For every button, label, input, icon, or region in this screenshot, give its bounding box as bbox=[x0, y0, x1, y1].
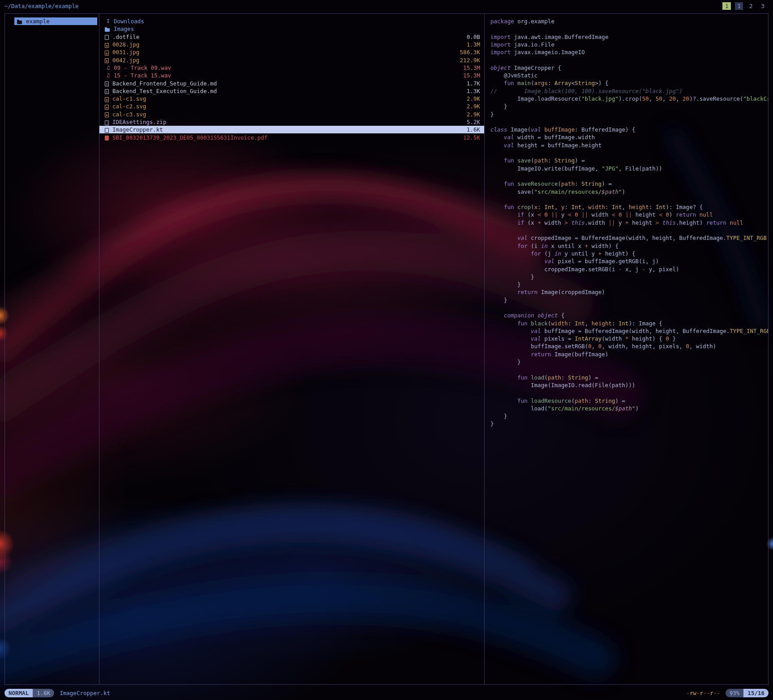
code-line: Image.loadResource("black.jpg").crop(50,… bbox=[490, 95, 768, 102]
file-row[interactable]: IDEAsettings.zip5.2K bbox=[99, 118, 484, 126]
file-name: 15 - Track 15.wav bbox=[114, 72, 459, 79]
markdown-icon bbox=[105, 81, 109, 86]
file-name: 0042.jpg bbox=[112, 57, 455, 64]
code-line: } bbox=[490, 102, 768, 110]
code-line: Image(ImageIO.read(File(path))) bbox=[490, 381, 768, 389]
file-row[interactable]: cal-c1.svg2.9K bbox=[99, 95, 484, 102]
code-line: import java.io.File bbox=[490, 41, 768, 48]
file-size: 1.3M bbox=[467, 41, 480, 48]
current-path: ~/Data/example/example bbox=[4, 3, 79, 9]
file-row[interactable]: Backend_Frontend_Setup_Guide.md1.7K bbox=[99, 79, 484, 87]
file-name: cal-c2.svg bbox=[112, 103, 462, 110]
code-line: for (i in x until x + width) { bbox=[490, 242, 768, 250]
status-bar: NORMAL 1.6K ImageCropper.kt -rw-r--r-- 9… bbox=[0, 688, 773, 697]
code-line: val height = buffImage.height bbox=[490, 141, 768, 149]
status-left: NORMAL 1.6K ImageCropper.kt bbox=[4, 688, 110, 697]
code-line: return Image(croppedImage) bbox=[490, 288, 768, 296]
file-size: 2.9K bbox=[467, 111, 480, 118]
file-name: ImageCropper.kt bbox=[112, 126, 462, 133]
file-name: cal-c3.svg bbox=[112, 111, 462, 118]
code-line: import javax.imageio.ImageIO bbox=[490, 48, 768, 56]
file-row[interactable]: 0031.jpg586.3K bbox=[99, 48, 484, 56]
status-filename: ImageCropper.kt bbox=[60, 690, 110, 696]
code-line: } bbox=[490, 296, 768, 304]
tab-2[interactable]: 2 bbox=[747, 2, 755, 10]
file-size: 5.2K bbox=[467, 119, 480, 125]
code-line: for (j in y until y + height) { bbox=[490, 250, 768, 257]
code-line: fun loadResource(path: String) = bbox=[490, 397, 768, 405]
parent-dir-item[interactable]: example bbox=[14, 17, 97, 25]
file-row[interactable]: Images bbox=[99, 25, 484, 33]
file-name: Backend_Frontend_Setup_Guide.md bbox=[112, 80, 462, 87]
file-row[interactable]: ↧Downloads bbox=[99, 17, 484, 25]
code-line bbox=[490, 304, 768, 312]
file-list-panel: ↧DownloadsImages.dotfile0.0B0028.jpg1.3M… bbox=[99, 14, 485, 684]
status-right: -rw-r--r-- 93% 15/16 bbox=[686, 688, 769, 697]
file-name: SBI_0032013739_2023_DE05_0003155631Invoi… bbox=[112, 134, 459, 141]
file-name: Downloads bbox=[114, 18, 480, 25]
file-name: cal-c1.svg bbox=[112, 95, 462, 102]
file-row[interactable]: 0042.jpg212.9K bbox=[99, 56, 484, 64]
file-size: 1.3K bbox=[467, 88, 480, 94]
code-line bbox=[490, 25, 768, 33]
code-line: val pixel = buffImage.getRGB(i, j) bbox=[490, 257, 768, 265]
scroll-percent-badge: 93% bbox=[726, 689, 744, 697]
file-name: IDEAsettings.zip bbox=[112, 119, 462, 125]
file-size: 212.9K bbox=[460, 57, 480, 64]
top-bar: ~/Data/example/example 1 123 bbox=[0, 0, 773, 13]
file-row[interactable]: ♫09 - Track 09.wav15.3M bbox=[99, 64, 484, 72]
file-row[interactable]: 0028.jpg1.3M bbox=[99, 41, 484, 48]
code-line: fun save(path: String) = bbox=[490, 157, 768, 164]
file-size: 15.3M bbox=[463, 64, 480, 71]
code-line: object ImageCropper { bbox=[490, 64, 768, 72]
file-name: Images bbox=[114, 26, 480, 32]
code-line: package org.example bbox=[490, 17, 768, 25]
file-size: 12.5K bbox=[463, 134, 480, 141]
tab-1[interactable]: 1 bbox=[735, 2, 743, 10]
file-icon bbox=[105, 128, 109, 133]
image-icon bbox=[105, 97, 109, 102]
download-icon: ↧ bbox=[105, 18, 112, 24]
code-line: import java.awt.image.BufferedImage bbox=[490, 33, 768, 41]
folder-icon bbox=[105, 28, 110, 32]
tab-3[interactable]: 3 bbox=[759, 2, 767, 10]
file-row[interactable]: cal-c3.svg2.9K bbox=[99, 111, 484, 118]
file-name: Backend_Test_Execution_Guide.md bbox=[112, 88, 462, 94]
file-row[interactable]: ♫15 - Track 15.wav15.3M bbox=[99, 72, 484, 79]
code-line: companion object { bbox=[490, 312, 768, 319]
file-size-badge: 1.6K bbox=[33, 689, 54, 697]
file-name: 0028.jpg bbox=[112, 41, 462, 48]
tab-flag-badge: 1 bbox=[722, 2, 731, 10]
file-icon bbox=[105, 35, 109, 40]
file-size: 1.6K bbox=[467, 126, 480, 133]
file-name: example bbox=[26, 18, 94, 25]
code-line: } bbox=[490, 420, 768, 427]
file-manager-frame: example ↧DownloadsImages.dotfile0.0B0028… bbox=[4, 13, 769, 685]
code-line: croppedImage.setRGB(i - x, j - y, pixel) bbox=[490, 265, 768, 273]
permissions-label: -rw-r--r-- bbox=[686, 690, 720, 696]
code-line: fun saveResource(path: String) = bbox=[490, 180, 768, 188]
code-line: val pixels = IntArray(width * height) { … bbox=[490, 335, 768, 342]
pdf-icon bbox=[105, 136, 109, 141]
code-line: } bbox=[490, 273, 768, 281]
code-line bbox=[490, 118, 768, 126]
code-line: } bbox=[490, 358, 768, 366]
image-icon bbox=[105, 43, 109, 48]
file-size: 1.7K bbox=[467, 80, 480, 87]
file-name: .dotfile bbox=[112, 34, 462, 40]
file-name: 09 - Track 09.wav bbox=[114, 64, 459, 71]
file-name: 0031.jpg bbox=[112, 49, 455, 55]
image-icon bbox=[105, 51, 109, 55]
file-row[interactable]: ImageCropper.kt1.6K bbox=[99, 126, 484, 133]
file-preview-panel: package org.example import java.awt.imag… bbox=[485, 14, 768, 684]
file-row[interactable]: .dotfile0.0B bbox=[99, 33, 484, 41]
code-line: val width = buffImage.width bbox=[490, 133, 768, 141]
image-icon bbox=[105, 105, 109, 110]
file-row[interactable]: Backend_Test_Execution_Guide.md1.3K bbox=[99, 87, 484, 95]
code-line bbox=[490, 389, 768, 397]
file-size: 15.3M bbox=[463, 72, 480, 79]
code-line: save("src/main/resources/$path") bbox=[490, 188, 768, 196]
code-line: buffImage.setRGB(0, 0, width, height, pi… bbox=[490, 342, 768, 350]
file-row[interactable]: SBI_0032013739_2023_DE05_0003155631Invoi… bbox=[99, 133, 484, 141]
file-row[interactable]: cal-c2.svg2.9K bbox=[99, 102, 484, 110]
